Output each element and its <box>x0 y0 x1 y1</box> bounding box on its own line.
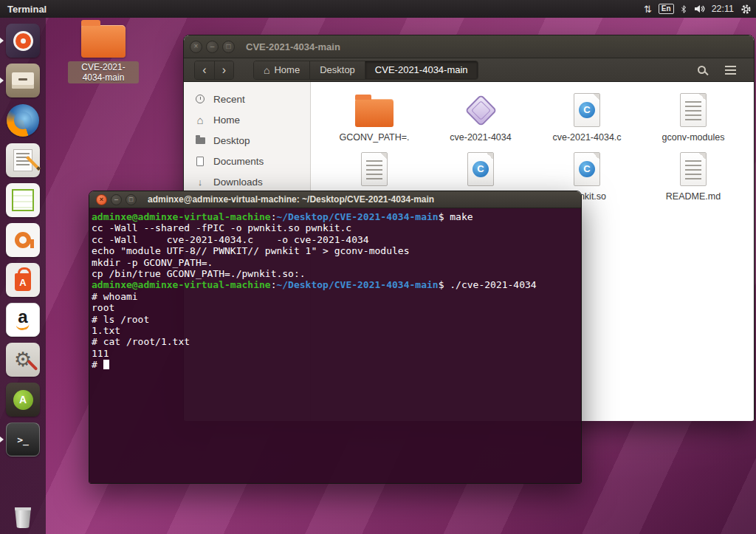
launcher-item-text-editor[interactable] <box>0 140 46 180</box>
shell-prompt: # <box>92 359 103 370</box>
forward-button[interactable]: › <box>214 61 233 79</box>
c-letter: C <box>579 161 595 177</box>
shared-object-icon: C <box>574 152 600 186</box>
maximize-glyph: □ <box>226 43 230 50</box>
terminal-line: echo "module UTF-8// PWNKIT// pwnkit 1" … <box>92 245 581 256</box>
files-window-titlebar[interactable]: × – □ CVE-2021-4034-main <box>184 35 754 58</box>
file-item[interactable]: GCONV_PATH=. <box>321 89 427 148</box>
file-manager-icon <box>6 64 40 97</box>
file-label: cve-2021-4034.c <box>552 132 621 143</box>
launcher-item-libreoffice-impress[interactable] <box>0 220 46 260</box>
bluetooth-icon[interactable] <box>681 4 687 14</box>
launcher-item-system-settings[interactable]: ⚙ <box>0 340 46 380</box>
sidebar-item-label: Recent <box>213 94 245 105</box>
file-label: cve-2021-4034 <box>450 132 511 143</box>
launcher-item-libreoffice-calc[interactable] <box>0 180 46 220</box>
prompt-command: $ make <box>439 211 473 222</box>
downloads-icon: ↓ <box>194 176 206 188</box>
forward-icon: › <box>222 64 226 76</box>
terminal-icon: >_ <box>6 422 40 456</box>
running-indicator <box>0 437 4 442</box>
breadcrumb-desktop-label: Desktop <box>320 64 355 75</box>
prompt-user: adminxe@adminxe-virtual-machine <box>92 211 271 222</box>
ubuntu-software-icon: A <box>6 263 40 297</box>
volume-icon[interactable] <box>694 4 705 13</box>
c-source-icon: C <box>467 152 494 186</box>
amazon-icon: a <box>6 303 40 337</box>
libreoffice-calc-icon <box>6 183 40 217</box>
file-label: README.md <box>666 191 721 202</box>
documents-icon <box>194 155 206 167</box>
text-file-icon <box>680 152 707 186</box>
minimize-glyph: – <box>210 43 215 50</box>
close-glyph: × <box>194 43 199 50</box>
launcher-item-trash[interactable] <box>0 507 46 528</box>
launcher-item-files[interactable] <box>0 61 46 100</box>
file-label: GCONV_PATH=. <box>339 132 409 143</box>
breadcrumb-home[interactable]: ⌂Home <box>254 61 309 79</box>
session-gear-icon[interactable] <box>740 4 752 15</box>
terminal-line: mkdir -p GCONV_PATH=. <box>92 257 581 268</box>
launcher-item-firefox[interactable] <box>0 100 46 140</box>
c-letter: C <box>579 102 595 118</box>
prompt-path: ~/Desktop/CVE-2021-4034-main <box>276 211 438 222</box>
system-settings-icon: ⚙ <box>6 343 40 377</box>
breadcrumb-current[interactable]: CVE-2021-4034-main <box>365 61 478 79</box>
sidebar-item-home[interactable]: ⌂Home <box>184 109 310 130</box>
terminal-body[interactable]: adminxe@adminxe-virtual-machine:~/Deskto… <box>89 208 581 483</box>
sidebar-item-label: Home <box>213 114 240 126</box>
close-icon[interactable]: × <box>190 41 202 53</box>
breadcrumb-current-label: CVE-2021-4034-main <box>375 64 468 75</box>
sidebar-item-label: Downloads <box>213 177 263 188</box>
desktop-icon-cve-folder[interactable]: CVE-2021-4034-main <box>68 25 139 83</box>
trash-icon <box>14 507 32 528</box>
launcher-item-terminal[interactable]: >_ <box>0 420 46 459</box>
sidebar-item-desktop[interactable]: Desktop <box>184 130 310 151</box>
close-icon[interactable]: × <box>96 194 107 205</box>
unity-launcher: A a ⚙ A >_ <box>0 18 46 534</box>
active-app-name[interactable]: Terminal <box>7 4 47 15</box>
terminal-titlebar[interactable]: × – □ adminxe@adminxe-virtual-machine: ~… <box>89 191 581 208</box>
ubuntu-dash-icon <box>6 24 40 58</box>
breadcrumb: ⌂Home Desktop CVE-2021-4034-main <box>253 61 478 80</box>
files-window-title: CVE-2021-4034-main <box>246 41 340 52</box>
file-item[interactable]: AC cve-2021-4034.c <box>534 89 640 148</box>
text-file-icon <box>361 152 388 186</box>
clock[interactable]: 22:11 <box>712 4 734 14</box>
launcher-item-dash[interactable] <box>0 21 46 61</box>
firefox-icon <box>6 103 40 137</box>
c-source-icon: AC <box>574 93 600 127</box>
terminal-line: # cat /root/1.txt <box>92 336 581 347</box>
search-icon[interactable] <box>698 66 706 74</box>
launcher-item-ubuntu-software[interactable]: A <box>0 260 46 300</box>
terminal-window: × – □ adminxe@adminxe-virtual-machine: ~… <box>89 191 582 484</box>
launcher-item-software-center[interactable]: A <box>0 380 46 420</box>
prompt-command: $ ./cve-2021-4034 <box>439 279 537 290</box>
file-item[interactable]: README.md <box>640 148 746 208</box>
keyboard-indicator-icon[interactable]: ⇅ <box>644 4 652 15</box>
language-indicator[interactable]: En <box>659 4 674 14</box>
minimize-icon[interactable]: – <box>111 194 122 205</box>
folder-icon <box>81 25 126 58</box>
terminal-cursor <box>103 360 109 369</box>
back-icon: ‹ <box>202 64 206 76</box>
launcher-item-amazon[interactable]: a <box>0 300 46 340</box>
running-indicator <box>0 78 4 83</box>
terminal-title: adminxe@adminxe-virtual-machine: ~/Deskt… <box>148 194 434 205</box>
minimize-icon[interactable]: – <box>206 41 219 53</box>
terminal-prompt-glyph: >_ <box>17 434 29 445</box>
home-icon: ⌂ <box>194 114 206 126</box>
terminal-line: # whoami <box>92 291 581 302</box>
file-item[interactable]: gconv-modules <box>640 89 746 148</box>
sidebar-item-documents[interactable]: Documents <box>184 151 310 171</box>
view-options-icon[interactable] <box>725 66 736 75</box>
sidebar-item-downloads[interactable]: ↓Downloads <box>184 171 310 192</box>
maximize-icon[interactable]: □ <box>126 194 137 205</box>
maximize-icon[interactable]: □ <box>222 41 235 53</box>
file-item[interactable]: cve-2021-4034 <box>427 89 534 148</box>
software-letter: A <box>19 277 26 288</box>
back-button[interactable]: ‹ <box>195 61 214 79</box>
sidebar-item-recent[interactable]: Recent <box>184 89 310 109</box>
terminal-line: 111 <box>92 348 581 359</box>
breadcrumb-desktop[interactable]: Desktop <box>309 61 365 79</box>
